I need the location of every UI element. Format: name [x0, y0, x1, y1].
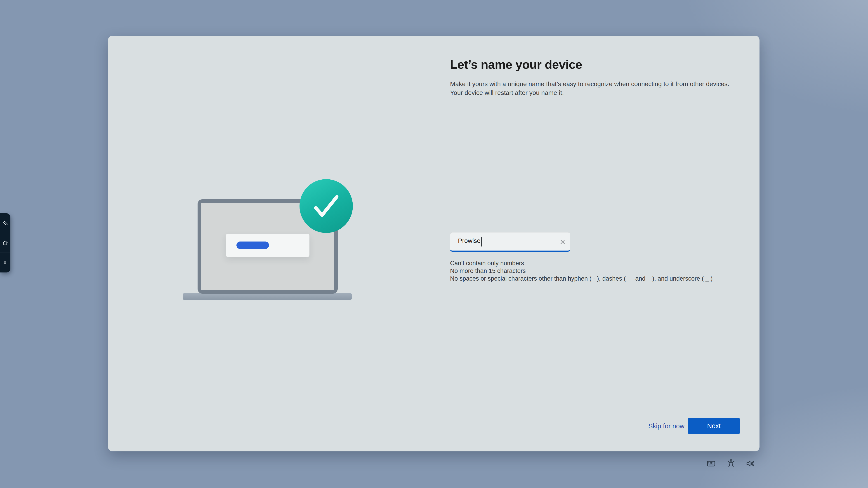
page-title: Let’s name your device	[450, 57, 582, 71]
volume-icon	[745, 458, 755, 469]
page-description-line1: Make it yours with a unique name that’s …	[450, 79, 729, 88]
progress-pill-graphic	[237, 241, 269, 249]
page-description: Make it yours with a unique name that’s …	[450, 79, 729, 97]
tray-keyboard-button[interactable]	[706, 459, 716, 468]
screen-dialog-graphic	[226, 234, 309, 257]
flyout-item-menu[interactable]	[0, 253, 10, 272]
pen-icon	[2, 220, 8, 226]
rule-item: Can’t contain only numbers	[450, 259, 713, 267]
accessibility-flyout	[0, 213, 10, 272]
flyout-item-pen[interactable]	[0, 213, 10, 233]
page-description-line2: Your device will restart after you name …	[450, 88, 729, 97]
accessibility-icon	[726, 459, 736, 468]
clear-input-button[interactable]	[559, 238, 567, 246]
skip-for-now-link[interactable]: Skip for now	[635, 422, 684, 430]
flyout-item-home[interactable]	[0, 233, 10, 253]
device-name-field-wrap	[450, 232, 570, 252]
checkmark-badge	[300, 179, 353, 233]
rule-item: No more than 15 characters	[450, 267, 713, 275]
tray-accessibility-button[interactable]	[726, 459, 736, 468]
setup-card: Let’s name your device Make it yours wit…	[108, 36, 760, 451]
menu-icon	[2, 260, 8, 266]
rule-item: No spaces or special characters other th…	[450, 275, 713, 283]
next-button[interactable]: Next	[688, 418, 740, 434]
close-icon	[559, 238, 567, 246]
device-name-input[interactable]	[450, 232, 570, 252]
oobe-desktop: { "colors": { "background": "#8497b1", "…	[0, 0, 868, 488]
naming-rules: Can’t contain only numbers No more than …	[450, 259, 713, 283]
laptop-base	[183, 293, 352, 300]
home-icon	[2, 240, 8, 246]
text-caret	[481, 237, 482, 247]
keyboard-icon	[706, 459, 716, 468]
checkmark-icon	[300, 179, 353, 233]
tray-volume-button[interactable]	[745, 459, 755, 468]
